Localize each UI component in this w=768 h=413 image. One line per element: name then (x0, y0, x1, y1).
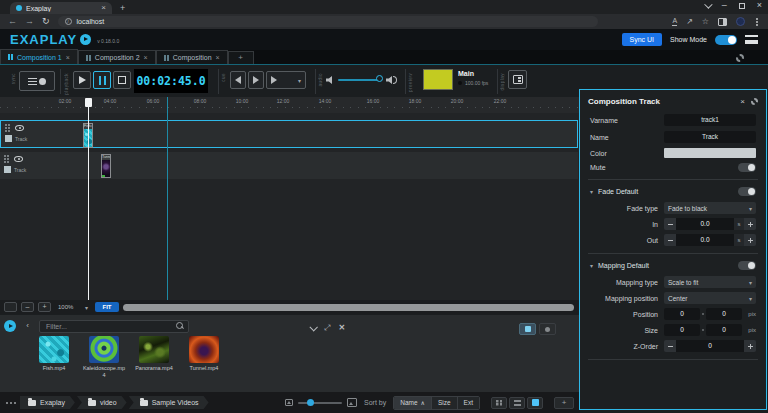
timeline-horizontal-scrollbar[interactable] (123, 304, 574, 311)
tab-close-icon[interactable]: × (101, 4, 106, 12)
window-minimize-icon[interactable]: – (722, 1, 727, 10)
playhead-line[interactable] (88, 98, 89, 300)
sort-ext-button[interactable]: Ext (458, 397, 479, 409)
breadcrumb-exaplay[interactable]: Exaplay (20, 396, 75, 409)
drag-handle-icon[interactable] (5, 124, 10, 132)
mute-toggle[interactable] (738, 163, 756, 172)
mapping-type-dropdown[interactable]: Scale to fit ▾ (664, 276, 756, 288)
composition-settings-gear-icon[interactable] (736, 54, 744, 62)
volume-mute-icon[interactable] (326, 76, 334, 84)
fit-button[interactable]: FIT (95, 302, 119, 312)
panel-gear-icon[interactable] (751, 98, 758, 105)
media-item-panorama[interactable]: Panorama.mp4 (132, 336, 176, 378)
next-cue-button[interactable] (248, 71, 264, 89)
tab-close-icon[interactable]: × (66, 54, 70, 61)
slider-knob[interactable] (307, 399, 314, 406)
size-y-input[interactable]: 0 (706, 324, 742, 336)
varname-input[interactable]: track1 (664, 114, 756, 126)
pause-button[interactable] (93, 71, 111, 89)
increment-button[interactable] (744, 340, 756, 352)
increment-button[interactable] (744, 234, 756, 246)
add-folder-button[interactable]: + (554, 397, 574, 409)
filter-input[interactable] (39, 320, 189, 333)
mapping-position-dropdown[interactable]: Center ▾ (664, 292, 756, 304)
cue-list-button[interactable] (19, 71, 55, 91)
media-options-button[interactable] (539, 323, 556, 335)
sync-ui-button[interactable]: Sync UI (622, 33, 663, 46)
window-close-icon[interactable]: × (757, 1, 762, 10)
volume-slider-knob[interactable] (376, 75, 383, 82)
fade-type-dropdown[interactable]: Fade to black ▾ (664, 202, 756, 214)
increment-button[interactable] (744, 218, 756, 230)
add-composition-button[interactable]: + (228, 51, 254, 64)
media-item-fish[interactable]: Fish.mp4 (32, 336, 76, 378)
zoom-out-button[interactable]: – (21, 302, 34, 312)
app-menu-icon[interactable] (745, 35, 758, 44)
timeline-tracks-area[interactable]: Track Track Fish.mp4 Tunnel.mp4 (0, 113, 580, 300)
share-icon[interactable]: ↗ (686, 18, 693, 26)
zoom-in-button[interactable]: + (38, 302, 51, 312)
zorder-value[interactable]: 0 (676, 340, 744, 352)
sort-size-button[interactable]: Size (432, 397, 458, 409)
position-y-input[interactable]: 0 (706, 308, 742, 320)
tab-composition-2[interactable]: Composition 2 × (78, 50, 156, 64)
tab-composition-1[interactable]: Composition 1 × (0, 49, 78, 64)
side-panel-icon[interactable] (718, 18, 727, 26)
video-thumbnail[interactable] (189, 336, 219, 363)
decrement-button[interactable] (664, 218, 676, 230)
video-thumbnail[interactable] (39, 336, 69, 363)
playhead-handle[interactable] (85, 98, 92, 107)
cue-select-dropdown[interactable]: ▾ (266, 71, 306, 89)
fade-in-value[interactable]: 0.0 (676, 218, 734, 230)
color-swatch[interactable] (664, 148, 756, 158)
media-grid-view-button[interactable] (519, 323, 536, 335)
new-tab-button[interactable]: + (120, 2, 125, 14)
browser-tab[interactable]: Exaplay × (10, 2, 112, 14)
video-thumbnail[interactable] (89, 336, 119, 363)
tab-search-icon[interactable] (704, 0, 712, 8)
breadcrumb-video[interactable]: video (77, 396, 127, 409)
view-small-grid-button[interactable] (491, 397, 507, 409)
show-mode-toggle[interactable] (715, 35, 737, 45)
collapse-chevron-icon[interactable] (309, 323, 317, 331)
zoom-level-select[interactable]: 100% ▾ (55, 302, 91, 312)
more-icon[interactable] (6, 402, 8, 404)
site-info-icon[interactable]: i (65, 18, 72, 25)
window-restore-icon[interactable] (739, 3, 745, 9)
tab-close-icon[interactable]: × (216, 54, 220, 61)
media-back-button[interactable]: ‹ (21, 320, 34, 332)
tab-close-icon[interactable]: × (144, 54, 148, 61)
decrement-button[interactable] (664, 340, 676, 352)
view-large-grid-button[interactable] (527, 397, 543, 409)
sort-name-button[interactable]: Name ∧ (394, 397, 432, 409)
thumbnail-size-slider[interactable] (298, 402, 342, 404)
media-item-kaleidoscope[interactable]: Kaleidoscope.mp4 (82, 336, 126, 378)
url-field[interactable]: i localhost (58, 16, 598, 27)
media-item-tunnel[interactable]: Tunnel.mp4 (182, 336, 226, 378)
position-x-input[interactable]: 0 (664, 308, 700, 320)
profile-avatar[interactable] (736, 17, 745, 26)
browser-menu-icon[interactable] (756, 21, 758, 23)
expand-icon[interactable]: ⤢ (324, 324, 330, 332)
tab-composition-3[interactable]: Composition × (156, 50, 228, 64)
drag-handle-icon[interactable] (4, 155, 9, 163)
track-row-2[interactable]: Track (0, 152, 578, 179)
size-x-input[interactable]: 0 (664, 324, 700, 336)
bookmark-star-icon[interactable]: ☆ (702, 18, 709, 26)
breadcrumb-sample-videos[interactable]: Sample Videos (129, 396, 209, 409)
clip-tunnel[interactable]: Tunnel.mp4 (101, 154, 111, 178)
previous-cue-button[interactable] (230, 71, 246, 89)
back-icon[interactable]: ← (8, 17, 17, 26)
stop-button[interactable] (113, 71, 131, 89)
mapping-default-toggle[interactable] (738, 261, 756, 270)
track-visibility-eye-icon[interactable] (14, 156, 23, 162)
track-color-chip[interactable] (4, 166, 11, 173)
section-collapse-icon[interactable]: ▾ (590, 188, 593, 195)
fullscreen-exit-icon[interactable]: ✕ (338, 324, 345, 332)
reload-icon[interactable]: ↻ (42, 17, 50, 26)
volume-slider[interactable] (338, 79, 380, 81)
section-collapse-icon[interactable]: ▾ (590, 262, 593, 269)
forward-icon[interactable]: → (25, 17, 34, 26)
track-color-chip[interactable] (5, 135, 12, 142)
panel-close-icon[interactable]: × (740, 97, 745, 106)
